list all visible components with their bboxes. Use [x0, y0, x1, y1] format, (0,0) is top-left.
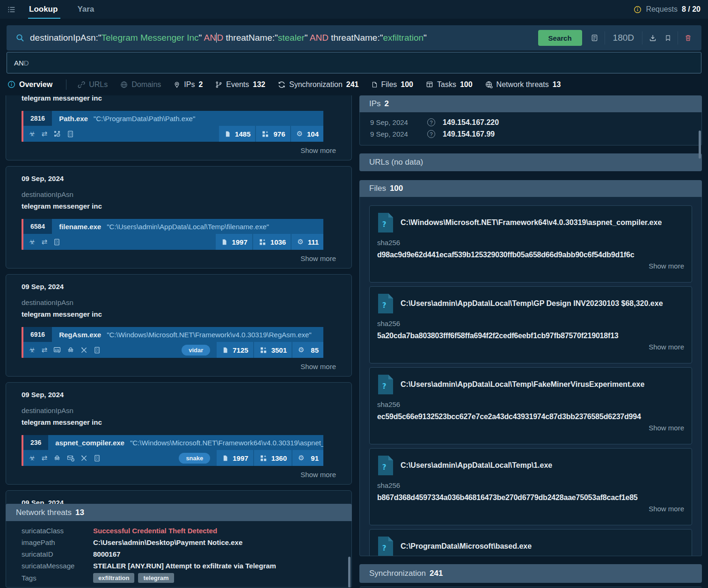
unknown-file-icon: ? — [377, 213, 393, 232]
tab-ips[interactable]: IPs2 — [174, 80, 203, 89]
file-path[interactable]: C:\Windows\Microsoft.NET\Framework64\v4.… — [401, 218, 662, 227]
process-row[interactable]: 2816 Path.exe "C:\ProgramData\Path\Path.… — [22, 111, 323, 142]
list-menu-icon[interactable] — [7, 6, 16, 13]
tab-synchronization[interactable]: Synchronization241 — [278, 80, 359, 89]
binary-icon — [67, 131, 74, 138]
gear-count: ⚙91 — [292, 450, 323, 466]
process-row[interactable]: 236 aspnet_compiler.exe "C:\Windows\Micr… — [22, 435, 323, 466]
sha256-label: sha256 — [377, 319, 684, 327]
left-scrollbar-thumb[interactable] — [348, 557, 350, 588]
time-range-selector[interactable]: 180D — [607, 33, 640, 43]
gear-icon: ⚙ — [297, 239, 303, 246]
tag-chip[interactable]: telegram — [138, 573, 174, 583]
tab-tasks[interactable]: Tasks100 — [426, 80, 473, 89]
tab-domains[interactable]: Domains — [120, 80, 161, 89]
query-templates-icon[interactable] — [587, 34, 602, 42]
show-more-link[interactable]: Show more — [377, 505, 684, 513]
info-circle-icon[interactable] — [634, 6, 642, 14]
requests-label: Requests — [646, 5, 678, 14]
svg-text:?: ? — [382, 544, 387, 552]
tab-lookup[interactable]: Lookup — [29, 0, 58, 19]
modules-count: 1360 — [254, 450, 292, 466]
sha256-value[interactable]: ec59d5c66e9132523bcc627e7ce2a43dc4393197… — [377, 413, 684, 421]
file-card: ? C:\Users\admin\AppData\Local\Temp\1.ex… — [369, 448, 692, 525]
files-count: 1997 — [217, 450, 253, 466]
ip-address[interactable]: 149.154.167.220 — [443, 118, 499, 127]
biohazard-icon: ☣ — [29, 347, 35, 354]
spy-icon — [53, 454, 61, 462]
sha256-value[interactable]: d98ac9d9e62d441ecaf539b125329030ffb05a65… — [377, 251, 684, 259]
process-path: "C:\Users\admin\AppData\Local\Temp\filen… — [107, 223, 323, 231]
show-more-link[interactable]: Show more — [22, 471, 336, 479]
requests-value: 8 / 20 — [682, 5, 701, 14]
tab-files[interactable]: Files100 — [372, 80, 413, 89]
search-query[interactable]: destinationIpAsn:"Telegram Messenger Inc… — [30, 33, 535, 43]
sha256-label: sha256 — [377, 481, 684, 489]
result-date: 09 Sep, 2024 — [22, 283, 336, 290]
field-label: destinationIpAsn — [22, 190, 336, 198]
clear-query-trash-icon[interactable] — [680, 34, 696, 42]
grid-target-icon — [53, 130, 61, 138]
tab-events[interactable]: Events132 — [215, 80, 265, 89]
tab-urls[interactable]: URLs — [78, 80, 108, 89]
show-more-link[interactable]: Show more — [377, 343, 684, 351]
file-path[interactable]: C:\Users\admin\AppData\Local\Temp\GP Des… — [401, 299, 663, 308]
query-value: stealer — [278, 33, 305, 43]
files-body: ? C:\Windows\Microsoft.NET\Framework64\v… — [359, 197, 702, 556]
divider — [66, 80, 66, 90]
suggestion-item[interactable]: AND — [14, 59, 29, 67]
show-more-link[interactable]: Show more — [377, 424, 684, 432]
process-path: "C:\Windows\Microsoft.NET\Framework64\v4… — [130, 439, 323, 447]
results-column: telegram messenger inc 2816 Path.exe "C:… — [6, 95, 352, 588]
process-row[interactable]: 6584 filename.exe "C:\Users\admin\AppDat… — [22, 219, 323, 250]
file-path[interactable]: C:\ProgramData\Microsoft\based.exe — [401, 542, 532, 551]
biohazard-icon: ☣ — [29, 239, 35, 246]
files-count: 1997 — [216, 234, 252, 250]
divider — [642, 31, 642, 44]
process-name: Path.exe — [59, 115, 88, 123]
files-panel: Files 100 ? C:\Windows\Microsoft.NET\Fra… — [359, 180, 702, 556]
sha256-value[interactable]: 5a20cda7ba803803fff6f58ffa694f2f2cedf6ee… — [377, 332, 684, 340]
show-more-link[interactable]: Show more — [22, 146, 336, 154]
tab-overview[interactable]: Overview — [7, 80, 52, 89]
malware-family-badge[interactable]: snake — [179, 453, 210, 464]
tag-chip[interactable]: exfiltration — [93, 573, 134, 583]
spy-icon — [67, 346, 74, 354]
malware-family-badge[interactable]: vidar — [182, 345, 210, 356]
download-icon[interactable] — [645, 34, 661, 42]
ips-panel: IPs 2 9 Sep, 2024 ? 149.154.167.220 9 Se… — [359, 95, 702, 145]
network-threats-header: Network threats 13 — [6, 504, 352, 521]
gear-icon: ⚙ — [298, 455, 304, 462]
bookmark-icon[interactable] — [661, 34, 675, 42]
biohazard-icon: ☣ — [29, 131, 35, 138]
query-value: exfiltration — [383, 33, 423, 43]
tab-network-threats[interactable]: Network threats13 — [485, 80, 561, 89]
result-date: 09 Sep, 2024 — [22, 174, 336, 182]
query-value: Telegram Messenger Inc — [102, 33, 199, 43]
window-icon — [426, 81, 433, 88]
sha256-label: sha256 — [377, 400, 684, 408]
search-icon — [16, 34, 24, 42]
query-field: destinationIpAsn — [30, 33, 96, 43]
autocomplete-dropdown: AND — [7, 52, 701, 73]
show-more-link[interactable]: Show more — [377, 262, 684, 270]
show-more-link[interactable]: Show more — [22, 254, 336, 262]
file-card: ? C:\Windows\Microsoft.NET\Framework64\v… — [369, 205, 692, 283]
search-button[interactable]: Search — [538, 30, 582, 46]
search-bar[interactable]: destinationIpAsn:"Telegram Messenger Inc… — [7, 25, 701, 51]
file-path[interactable]: C:\Users\admin\AppData\Local\Temp\FakeMi… — [401, 380, 644, 389]
sha256-value[interactable]: b867d368d4597334a036b46816473be270d6779d… — [377, 494, 684, 502]
files-header: Files 100 — [359, 180, 702, 197]
synchronization-count: 241 — [430, 569, 443, 578]
file-path[interactable]: C:\Users\admin\AppData\Local\Temp\1.exe — [401, 461, 552, 470]
right-scrollbar-thumb[interactable] — [699, 131, 701, 159]
exchange-arrows-icon: ⇄ — [41, 455, 47, 462]
process-row[interactable]: 6916 RegAsm.exe "C:\Windows\Microsoft.NE… — [22, 327, 323, 358]
suricata-message-value: STEALER [ANY.RUN] Attempt to exfiltrate … — [93, 562, 276, 570]
ip-address[interactable]: 149.154.167.99 — [443, 130, 495, 138]
synchronization-header: Synchronization 241 — [359, 564, 702, 583]
map-pin-icon — [174, 81, 180, 88]
show-more-link[interactable]: Show more — [22, 363, 336, 370]
process-path: "C:\Windows\Microsoft.NET\Framework\v4.0… — [107, 331, 323, 339]
tab-yara[interactable]: Yara — [77, 0, 94, 19]
